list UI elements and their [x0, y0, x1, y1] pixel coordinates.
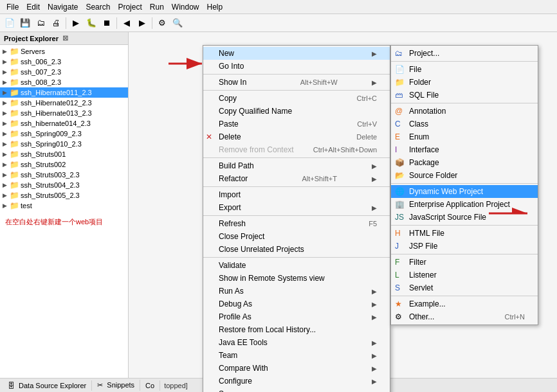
tree-servers[interactable]: ▶ 📁 Servers — [0, 46, 128, 57]
ctx-restore-history[interactable]: Restore from Local History... — [203, 323, 390, 336]
tree-ssh-spring010[interactable]: ▶ 📁 ssh_Spring010_2.3 — [0, 139, 128, 149]
ctx-show-in[interactable]: Show In Alt+Shift+W ▶ — [203, 76, 390, 89]
statusbar-text: topped] — [160, 382, 192, 389]
ctx-copy[interactable]: Copy Ctrl+C — [203, 92, 390, 105]
menu-help[interactable]: Help — [203, 1, 227, 13]
toolbar-back[interactable]: ◀ — [120, 16, 134, 30]
ctx-delete[interactable]: ✕ Delete Delete — [203, 130, 390, 143]
menu-edit[interactable]: Edit — [23, 1, 44, 13]
ctx-compare-with[interactable]: Compare With ▶ — [203, 362, 390, 375]
tree-ssh-spring009[interactable]: ▶ 📁 ssh_Spring009_2.3 — [0, 129, 128, 139]
tree-ssh-struts005[interactable]: ▶ 📁 ssh_Struts005_2.3 — [0, 190, 128, 200]
sub-servlet[interactable]: S Servlet — [391, 281, 538, 294]
sub-folder[interactable]: 📁 Folder — [391, 76, 538, 89]
menu-search[interactable]: Search — [82, 1, 114, 13]
ctx-configure[interactable]: Configure ▶ — [203, 375, 390, 388]
menu-file[interactable]: File — [3, 1, 23, 13]
toolbar-new[interactable]: 📄 — [3, 16, 17, 30]
menu-run[interactable]: Run — [146, 1, 168, 13]
ctx-refresh[interactable]: Refresh F5 — [203, 217, 390, 230]
ctx-refactor[interactable]: Refactor Alt+Shift+T ▶ — [203, 172, 390, 185]
sub-enum[interactable]: E Enum — [391, 130, 538, 143]
sub-dynamic-web[interactable]: 🌐 Dynamic Web Project — [391, 185, 538, 198]
sub-interface[interactable]: I Interface — [391, 143, 538, 156]
ctx-copy-qualified[interactable]: Copy Qualified Name — [203, 105, 390, 118]
sub-filter[interactable]: F Filter — [391, 256, 538, 269]
red-arrow-1 — [169, 54, 207, 75]
sub-class[interactable]: C Class — [391, 118, 538, 130]
sub-other[interactable]: ⚙ Other... Ctrl+N — [391, 310, 538, 323]
tree-ssh008[interactable]: ▶ 📁 ssh_008_2.3 — [0, 77, 128, 87]
tree-area[interactable]: ▶ 📁 Servers ▶ 📁 ssh_006_2.3 ▶ 📁 ssh_007_… — [0, 45, 128, 378]
ctx-validate[interactable]: Validate — [203, 259, 390, 272]
ctx-go-into-label: Go Into — [219, 62, 244, 71]
toolbar-search[interactable]: 🔍 — [170, 16, 185, 30]
main-area: Project Explorer ⊠ ▶ 📁 Servers ▶ 📁 ssh_0… — [0, 32, 557, 378]
toolbar-settings[interactable]: ⚙ — [155, 16, 169, 30]
tree-test[interactable]: ▶ 📁 test — [0, 200, 128, 211]
ctx-new[interactable]: New ▶ — [203, 47, 390, 60]
tree-ssh-struts004[interactable]: ▶ 📁 ssh_Struts004_2.3 — [0, 180, 128, 190]
sub-project[interactable]: 🗂 Project... — [391, 47, 538, 60]
ctx-close-project[interactable]: Close Project — [203, 230, 390, 243]
toolbar-debug[interactable]: 🐛 — [84, 16, 98, 30]
tree-ssh007[interactable]: ▶ 📁 ssh_007_2.3 — [0, 67, 128, 77]
toolbar-forward[interactable]: ▶ — [135, 16, 149, 30]
arrow-icon: ▶ — [3, 69, 7, 75]
ctx-build-path[interactable]: Build Path ▶ — [203, 159, 390, 172]
ctx-close-unrelated[interactable]: Close Unrelated Projects — [203, 243, 390, 256]
ctx-source[interactable]: Source ▶ — [203, 388, 390, 392]
tree-ssh006[interactable]: ▶ 📁 ssh_006_2.3 — [0, 57, 128, 67]
toolbar-run[interactable]: ▶ — [69, 16, 83, 30]
menu-navigate[interactable]: Navigate — [44, 1, 82, 13]
ctx-paste[interactable]: Paste Ctrl+V — [203, 118, 390, 130]
sub-file[interactable]: 📄 File — [391, 63, 538, 76]
arrow-icon: ▶ — [3, 202, 7, 209]
toolbar-save-all[interactable]: 🗂 — [33, 16, 48, 30]
statusbar-tab-datasource[interactable]: 🗄 Data Source Explorer — [3, 380, 92, 391]
toolbar-stop[interactable]: ⏹ — [100, 16, 114, 30]
ctx-sep3 — [203, 157, 390, 158]
sub-annotation[interactable]: @ Annotation — [391, 105, 538, 118]
tree-ssh-struts003[interactable]: ▶ 📁 ssh_Struts003_2.3 — [0, 170, 128, 180]
ctx-show-remote[interactable]: Show in Remote Systems view — [203, 272, 390, 285]
panel-icon: ⊠ — [62, 34, 68, 42]
tree-ssh-hibernate013[interactable]: ▶ 📁 ssh_Hibernate013_2.3 — [0, 108, 128, 118]
toolbar-save[interactable]: 💾 — [18, 16, 32, 30]
ctx-import[interactable]: Import — [203, 188, 390, 201]
sub-source-folder[interactable]: 📂 Source Folder — [391, 169, 538, 182]
ctx-sep6 — [203, 257, 390, 258]
sub-sql-file[interactable]: 🗃 SQL File — [391, 89, 538, 102]
submenu-arrow-icon: ▶ — [372, 204, 377, 211]
sub-package[interactable]: 📦 Package — [391, 156, 538, 169]
toolbar-print[interactable]: 🖨 — [49, 16, 63, 30]
arrow-icon: ▶ — [3, 110, 7, 116]
tree-ssh-hibernate014[interactable]: ▶ 📁 ssh_hibernate014_2.3 — [0, 118, 128, 129]
sub-filter-label: Filter — [409, 258, 426, 267]
ctx-javaee-tools[interactable]: Java EE Tools ▶ — [203, 336, 390, 349]
submenu-arrow-icon: ▶ — [372, 175, 377, 183]
tree-item-label: ssh_007_2.3 — [21, 68, 61, 76]
tree-ssh-hibernate011[interactable]: ▶ 📁 ssh_Hibernate011_2.3 — [0, 87, 128, 98]
arrow-icon: ▶ — [3, 120, 7, 127]
sub-example[interactable]: ★ Example... — [391, 298, 538, 310]
menu-project[interactable]: Project — [114, 1, 145, 13]
tree-ssh-hibernate012[interactable]: ▶ 📁 ssh_Hibernate012_2.3 — [0, 98, 128, 108]
menu-window[interactable]: Window — [168, 1, 203, 13]
ctx-run-as[interactable]: Run As ▶ — [203, 285, 390, 298]
ctx-go-into[interactable]: Go Into — [203, 60, 390, 73]
tree-ssh-struts002[interactable]: ▶ 📁 ssh_Struts002 — [0, 159, 128, 170]
folder-icon: 📁 — [10, 170, 19, 179]
ctx-profile-as[interactable]: Profile As ▶ — [203, 310, 390, 323]
ctx-team[interactable]: Team ▶ — [203, 349, 390, 362]
ctx-remove-context-label: Remove from Context — [219, 145, 294, 154]
statusbar-tab-co[interactable]: Co — [140, 380, 160, 391]
ctx-export[interactable]: Export ▶ — [203, 201, 390, 214]
menubar: File Edit Navigate Search Project Run Wi… — [0, 0, 557, 14]
sub-listener[interactable]: L Listener — [391, 269, 538, 281]
statusbar-tab-snippets[interactable]: ✂ Snippets — [92, 380, 140, 391]
ctx-debug-as[interactable]: Debug As ▶ — [203, 298, 390, 310]
sub-jsp[interactable]: J JSP File — [391, 240, 538, 253]
sub-html[interactable]: H HTML File — [391, 227, 538, 240]
tree-ssh-struts001[interactable]: ▶ 📁 ssh_Struts001 — [0, 149, 128, 159]
